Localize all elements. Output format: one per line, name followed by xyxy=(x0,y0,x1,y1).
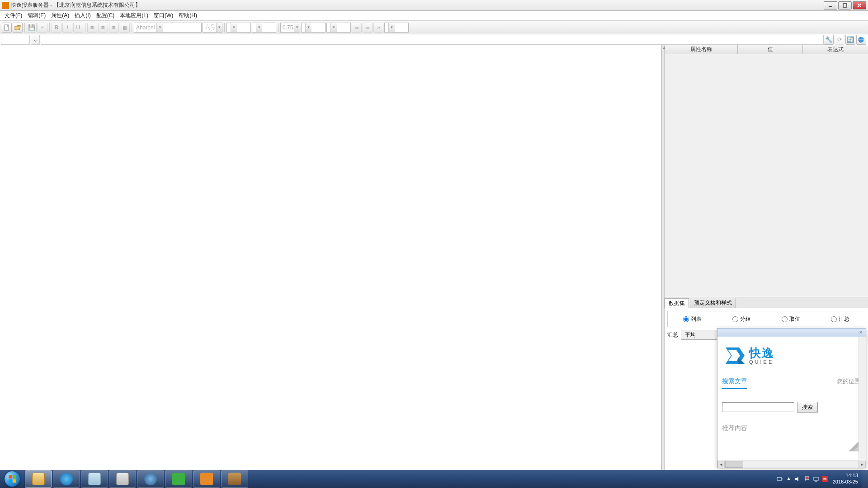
chevron-down-icon: ▼ xyxy=(388,23,395,32)
location-label: 您的位置 xyxy=(837,377,860,385)
network-icon[interactable] xyxy=(813,476,819,482)
app-icon xyxy=(2,2,9,9)
menu-file[interactable]: 文件(F) xyxy=(2,11,25,20)
new-file-button[interactable] xyxy=(2,23,12,33)
tool-icon-3[interactable]: 🔄 xyxy=(845,35,855,45)
sound-icon[interactable] xyxy=(795,476,801,482)
tool-icon-1[interactable]: 🔧 xyxy=(824,35,834,45)
menu-properties[interactable]: 属性(A) xyxy=(48,11,72,20)
task-report-server[interactable] xyxy=(193,470,220,488)
tab-dataset[interactable]: 数据集 xyxy=(665,298,689,308)
radio-list[interactable]: 列表 xyxy=(683,315,702,323)
main-toolbar: 💾 ✂ B I U ≡ ≡ ≡ ▦ Aharoni▼ 六号▼ ▼ ▼ 0.75▼… xyxy=(0,21,868,34)
show-desktop-button[interactable] xyxy=(862,470,868,488)
browser-icon[interactable] xyxy=(856,35,866,45)
aggregate-label: 汇总 xyxy=(667,331,678,339)
close-button[interactable] xyxy=(853,1,866,9)
formula-bar: ⌄ 🔧 ⟳ 🔄 xyxy=(0,34,868,45)
popup-close-button[interactable]: ✕ xyxy=(858,329,864,336)
font-name-combo[interactable]: Aharoni▼ xyxy=(134,23,202,33)
menu-help[interactable]: 帮助(H) xyxy=(176,11,200,20)
side-tabs: 数据集 预定义格和样式 xyxy=(665,297,868,308)
scroll-thumb[interactable] xyxy=(725,461,743,468)
prop-col-expr: 表达式 xyxy=(803,45,868,54)
logo-text-en: QUIEE xyxy=(749,360,774,365)
green-arrow-icon xyxy=(172,473,185,485)
windows-logo-icon xyxy=(5,471,20,487)
chevron-down-icon: ▼ xyxy=(256,23,262,32)
fg-color-combo[interactable]: ▼ xyxy=(226,23,251,33)
tool-icon-2: ⟳ xyxy=(835,35,844,45)
quiee-logo-icon xyxy=(725,347,745,365)
minimize-button[interactable] xyxy=(824,1,837,9)
chevron-down-icon: ▼ xyxy=(330,23,337,32)
task-ie[interactable] xyxy=(53,470,80,488)
tab-preset-styles[interactable]: 预定义格和样式 xyxy=(690,298,736,308)
maximize-button[interactable] xyxy=(838,1,852,9)
line-weight-combo[interactable]: 0.75▼ xyxy=(280,23,300,33)
menu-window[interactable]: 窗口(W) xyxy=(151,11,176,20)
start-button[interactable] xyxy=(0,470,24,488)
cell-name-box[interactable] xyxy=(1,35,30,45)
radio-group[interactable]: 分组 xyxy=(732,315,751,323)
search-button[interactable]: 搜索 xyxy=(797,402,818,413)
fx-button[interactable]: ⌄ xyxy=(31,35,40,45)
font-name-value: Aharoni xyxy=(134,24,156,31)
prop-col-name: 属性名称 xyxy=(665,45,738,54)
align-right-button: ≡ xyxy=(109,23,119,33)
prop-col-value: 值 xyxy=(738,45,803,54)
line-weight-value: 0.75 xyxy=(281,24,294,31)
menu-local-app[interactable]: 本地应用(L) xyxy=(117,11,151,20)
scroll-right-icon[interactable]: ► xyxy=(859,461,866,468)
search-tab-label[interactable]: 搜索文章 xyxy=(722,377,747,389)
popup-vertical-scrollbar[interactable] xyxy=(859,337,866,460)
battery-icon[interactable] xyxy=(777,476,783,482)
flag-icon[interactable] xyxy=(804,476,810,482)
task-app-2[interactable] xyxy=(137,470,164,488)
windows-taskbar: ▲ M 14:13 2016-03-25 xyxy=(0,470,868,488)
svg-rect-9 xyxy=(9,475,12,479)
popup-titlebar[interactable]: ✕ xyxy=(717,328,866,337)
line-style-combo[interactable]: ▼ xyxy=(301,23,326,33)
m-badge-icon[interactable]: M xyxy=(822,476,828,482)
properties-body[interactable] xyxy=(665,54,868,297)
task-app-4[interactable] xyxy=(221,470,248,488)
tray-clock[interactable]: 14:13 2016-03-25 xyxy=(833,473,858,485)
extra-combo[interactable]: ▼ xyxy=(384,23,409,33)
formula-input[interactable] xyxy=(41,35,824,45)
menubar: 文件(F) 编辑(E) 属性(A) 插入(I) 配置(C) 本地应用(L) 窗口… xyxy=(0,11,868,21)
save-button: 💾 xyxy=(27,23,37,33)
task-explorer[interactable] xyxy=(25,470,52,488)
open-file-button[interactable] xyxy=(13,23,23,33)
menu-config[interactable]: 配置(C) xyxy=(94,11,118,20)
bg-color-combo[interactable]: ▼ xyxy=(252,23,276,33)
tray-date: 2016-03-25 xyxy=(833,479,858,485)
task-notepad[interactable] xyxy=(81,470,108,488)
chevron-up-icon[interactable]: ▲ xyxy=(786,476,792,482)
font-size-combo[interactable]: 六号▼ xyxy=(203,23,222,33)
scroll-left-icon[interactable]: ◄ xyxy=(717,461,725,468)
radio-sum[interactable]: 汇总 xyxy=(831,315,849,323)
chevron-down-icon: ▼ xyxy=(156,23,163,32)
chevron-down-icon: ▼ xyxy=(294,23,300,32)
globe-icon xyxy=(144,473,157,485)
report-canvas[interactable] xyxy=(0,45,662,470)
box-icon xyxy=(228,473,241,485)
border-color-combo[interactable]: ▼ xyxy=(326,23,351,33)
popup-horizontal-scrollbar[interactable]: ◄ ► xyxy=(717,460,866,468)
radio-pick[interactable]: 取值 xyxy=(782,315,800,323)
svg-rect-1 xyxy=(843,4,847,7)
border-button-2: ▭ xyxy=(363,23,373,33)
task-app-3[interactable] xyxy=(165,470,192,488)
bold-button: B xyxy=(52,23,61,33)
font-size-value: 六号 xyxy=(203,23,216,31)
popup-body[interactable]: 快逸 QUIEE 搜索文章 您的位置 搜索 推荐内容 xyxy=(717,337,866,460)
menu-insert[interactable]: 插入(I) xyxy=(72,11,93,20)
ie-icon xyxy=(60,473,73,485)
merge-cells-button: ▦ xyxy=(120,23,130,33)
menu-edit[interactable]: 编辑(E) xyxy=(25,11,48,20)
task-app-1[interactable] xyxy=(109,470,136,488)
svg-rect-11 xyxy=(9,479,12,483)
search-input[interactable] xyxy=(722,402,794,412)
report-app-icon xyxy=(200,473,213,485)
